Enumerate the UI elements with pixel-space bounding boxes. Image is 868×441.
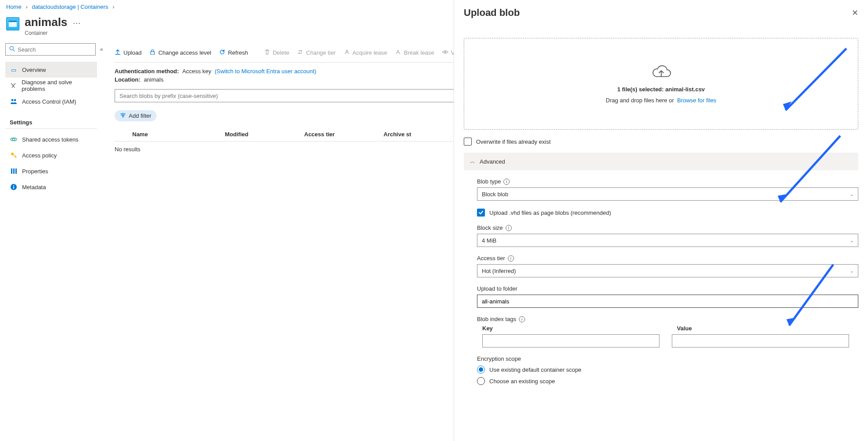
svg-point-17: [444, 51, 446, 53]
toolbar-label: Upload: [123, 49, 142, 56]
breadcrumb-home[interactable]: Home: [6, 4, 22, 10]
sidebar-item-properties[interactable]: Properties: [5, 163, 97, 179]
info-icon[interactable]: i: [503, 179, 510, 185]
svg-rect-10: [13, 168, 15, 174]
add-filter-label: Add filter: [129, 112, 151, 119]
eye-icon: [442, 49, 448, 56]
toolbar-refresh-button[interactable]: Refresh: [219, 49, 248, 56]
upload-folder-label: Upload to folder: [477, 285, 858, 292]
svg-point-5: [14, 99, 16, 101]
search-icon: [9, 46, 15, 53]
tag-value-column-label: Value: [672, 325, 859, 332]
vhd-checkbox-row[interactable]: Upload .vhd files as page blobs (recomme…: [477, 209, 858, 217]
encryption-choose-radio[interactable]: Choose an existing scope: [477, 377, 858, 385]
chevron-down-icon: ⌄: [850, 269, 853, 273]
panel-title: Upload blob: [464, 7, 520, 19]
col-name[interactable]: Name: [132, 131, 225, 138]
svg-point-2: [10, 46, 13, 50]
break-lease-icon: [395, 49, 401, 56]
sidebar-search-input[interactable]: [18, 46, 92, 53]
refresh-icon: [219, 49, 225, 56]
breadcrumb-separator-icon: ›: [26, 4, 27, 10]
sidebar-item-label: Shared access tokens: [22, 136, 78, 143]
lease-icon: [344, 49, 350, 56]
toolbar-change-access-button[interactable]: Change access level: [149, 49, 211, 56]
sidebar-item-diagnose[interactable]: Diagnose and solve problems: [5, 78, 97, 93]
sidebar-item-sas[interactable]: Shared access tokens: [5, 131, 97, 147]
col-modified[interactable]: Modified: [225, 131, 304, 138]
tag-key-column-label: Key: [477, 325, 664, 332]
key-icon: [10, 152, 18, 159]
access-tier-label: Access tier i: [477, 255, 858, 262]
svg-point-16: [346, 50, 348, 52]
add-filter-button[interactable]: Add filter: [115, 110, 156, 121]
properties-icon: [10, 168, 18, 175]
location-line: Location: animals: [115, 76, 454, 83]
sidebar: « ▭ Overview Diagnose and solve problems…: [0, 43, 102, 195]
blob-prefix-input[interactable]: [119, 93, 449, 99]
block-size-select[interactable]: 4 MiB ⌄: [477, 234, 858, 247]
sidebar-item-overview[interactable]: ▭ Overview: [5, 62, 97, 78]
svg-line-3: [13, 50, 15, 52]
tag-key-input[interactable]: [482, 334, 659, 348]
sidebar-item-label: Metadata: [22, 184, 46, 191]
overwrite-checkbox-row[interactable]: Overwrite if files already exist: [464, 138, 858, 146]
svg-rect-14: [13, 185, 14, 186]
block-size-label: Block size i: [477, 224, 858, 231]
sidebar-item-label: Diagnose and solve problems: [22, 79, 93, 92]
trash-icon: [264, 49, 270, 56]
dropzone[interactable]: 1 file(s) selected: animal-list.csv Drag…: [464, 38, 858, 130]
upload-folder-input[interactable]: [477, 295, 858, 308]
sidebar-item-iam[interactable]: Access Control (IAM): [5, 93, 97, 109]
upload-icon: [115, 49, 121, 56]
col-archive-status[interactable]: Archive st: [384, 131, 454, 138]
more-icon[interactable]: ⋯: [73, 18, 81, 28]
blob-prefix-search[interactable]: [115, 89, 454, 102]
info-icon[interactable]: i: [506, 225, 512, 231]
page-subtitle: Container: [25, 30, 67, 36]
table-header: Name Modified Access tier Archive st: [115, 127, 454, 142]
cloud-upload-icon: [651, 64, 671, 82]
toolbar: Upload Change access level Refresh Delet: [115, 43, 454, 63]
sidebar-item-metadata[interactable]: Metadata: [5, 179, 97, 195]
upload-blob-panel: Upload blob ✕ 1 file(s) selected: animal…: [454, 0, 868, 441]
overwrite-checkbox[interactable]: [464, 138, 472, 146]
token-icon: [10, 136, 18, 143]
info-icon[interactable]: i: [508, 255, 514, 262]
sidebar-search[interactable]: [5, 43, 96, 56]
no-results-row: No results: [115, 142, 454, 157]
vhd-checkbox[interactable]: [477, 209, 485, 217]
toolbar-upload-button[interactable]: Upload: [115, 49, 142, 56]
svg-rect-15: [151, 52, 155, 54]
browse-for-files-link[interactable]: Browse for files: [677, 97, 716, 104]
sidebar-item-label: Access policy: [22, 152, 57, 159]
col-access-tier[interactable]: Access tier: [304, 131, 384, 138]
chevron-up-icon: ︿: [470, 158, 475, 165]
toolbar-label: Change tier: [306, 49, 335, 56]
advanced-toggle[interactable]: ︿ Advanced: [464, 153, 858, 170]
overwrite-label: Overwrite if files already exist: [476, 138, 551, 145]
filter-icon: [120, 112, 126, 120]
encryption-default-radio[interactable]: Use existing default container scope: [477, 366, 858, 374]
blob-type-label: Blob type i: [477, 178, 858, 185]
close-icon[interactable]: ✕: [852, 8, 858, 18]
access-tier-select[interactable]: Hot (Inferred) ⌄: [477, 264, 858, 277]
svg-rect-13: [13, 187, 14, 189]
info-icon[interactable]: i: [519, 316, 525, 322]
encryption-scope-label: Encryption scope: [477, 355, 858, 362]
radio-icon: [477, 366, 485, 374]
blob-type-select[interactable]: Block blob ⌄: [477, 187, 858, 201]
toolbar-break-lease-button: Break lease: [395, 49, 434, 56]
toolbar-label: Delete: [273, 49, 290, 56]
people-icon: [10, 98, 18, 105]
vhd-label: Upload .vhd files as page blobs (recomme…: [489, 209, 611, 216]
breadcrumb-storage[interactable]: datacloudstorage | Containers: [32, 4, 108, 10]
main-content: Upload Change access level Refresh Delet: [102, 43, 454, 195]
switch-auth-link[interactable]: (Switch to Microsoft Entra user account): [215, 68, 316, 75]
sidebar-item-label: Overview: [22, 67, 46, 73]
tag-value-input[interactable]: [672, 334, 849, 348]
sidebar-item-access-policy[interactable]: Access policy: [5, 147, 97, 163]
toolbar-change-tier-button: Change tier: [297, 49, 335, 56]
svg-point-4: [11, 99, 14, 101]
svg-rect-11: [15, 168, 17, 174]
